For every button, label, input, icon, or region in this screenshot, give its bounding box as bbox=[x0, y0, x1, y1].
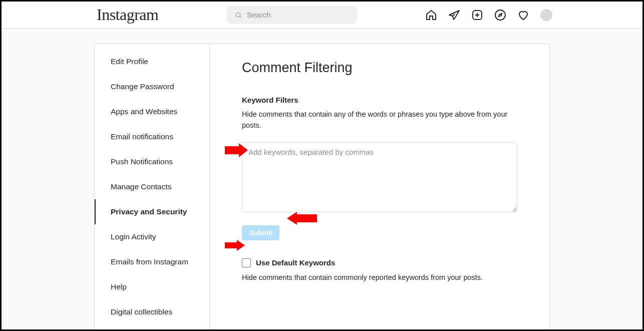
page-title: Comment Filtering bbox=[242, 60, 517, 76]
default-keywords-description: Hide comments that contain commonly repo… bbox=[242, 272, 517, 283]
top-nav: Instagram bbox=[2, 2, 642, 29]
sidebar-item-privacy-security[interactable]: Privacy and Security bbox=[95, 199, 209, 224]
keyword-filters-description: Hide comments that contain any of the wo… bbox=[242, 109, 517, 131]
search-input[interactable] bbox=[247, 11, 349, 19]
svg-point-0 bbox=[236, 13, 240, 17]
settings-panel: Edit Profile Change Password Apps and We… bbox=[94, 44, 550, 331]
search-field[interactable] bbox=[227, 6, 357, 24]
sidebar-item-digital-collectibles[interactable]: Digital collectibles bbox=[95, 299, 209, 324]
keyword-textarea[interactable] bbox=[242, 142, 517, 212]
profile-avatar[interactable] bbox=[540, 9, 552, 21]
default-keywords-label[interactable]: Use Default Keywords bbox=[256, 258, 335, 267]
home-icon[interactable] bbox=[425, 9, 437, 21]
explore-icon[interactable] bbox=[494, 9, 506, 21]
new-post-icon[interactable] bbox=[471, 9, 483, 21]
instagram-logo[interactable]: Instagram bbox=[97, 6, 158, 24]
sidebar-item-edit-profile[interactable]: Edit Profile bbox=[95, 49, 209, 74]
settings-sidebar: Edit Profile Change Password Apps and We… bbox=[95, 44, 210, 331]
svg-marker-6 bbox=[499, 14, 502, 17]
sidebar-item-email-notifications[interactable]: Email notifications bbox=[95, 124, 209, 149]
search-icon bbox=[235, 11, 242, 19]
sidebar-item-emails-from-instagram[interactable]: Emails from Instagram bbox=[95, 249, 209, 274]
messages-icon[interactable] bbox=[448, 9, 460, 21]
svg-point-5 bbox=[495, 10, 505, 20]
sidebar-item-help[interactable]: Help bbox=[95, 274, 209, 299]
sidebar-item-manage-contacts[interactable]: Manage Contacts bbox=[95, 174, 209, 199]
default-keywords-checkbox[interactable] bbox=[242, 258, 251, 267]
nav-icons bbox=[425, 9, 552, 21]
keyword-filters-heading: Keyword Filters bbox=[242, 96, 517, 104]
sidebar-item-login-activity[interactable]: Login Activity bbox=[95, 224, 209, 249]
settings-content: Comment Filtering Keyword Filters Hide c… bbox=[210, 44, 549, 331]
activity-icon[interactable] bbox=[517, 9, 529, 21]
sidebar-item-apps-websites[interactable]: Apps and Websites bbox=[95, 99, 209, 124]
svg-line-1 bbox=[240, 16, 241, 18]
sidebar-item-change-password[interactable]: Change Password bbox=[95, 74, 209, 99]
submit-button[interactable]: Submit bbox=[242, 225, 279, 240]
sidebar-item-push-notifications[interactable]: Push Notifications bbox=[95, 149, 209, 174]
